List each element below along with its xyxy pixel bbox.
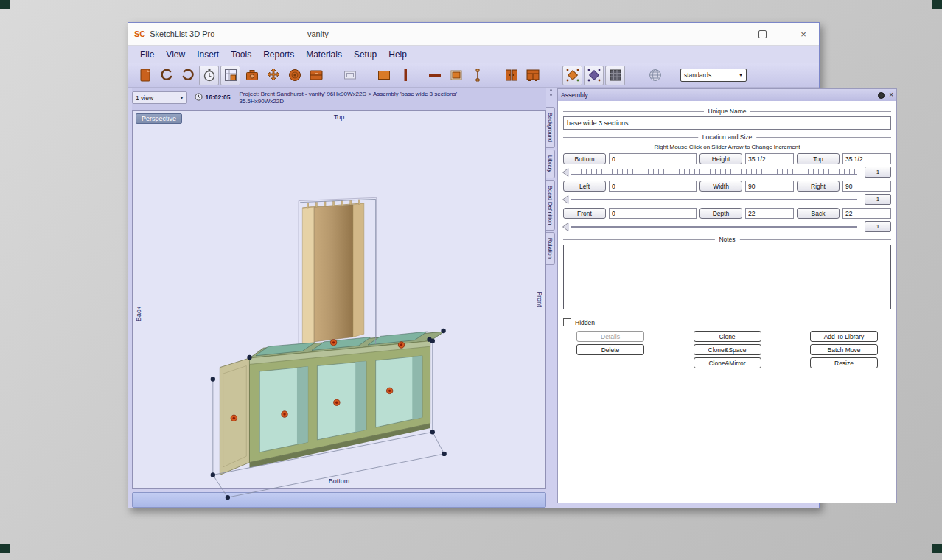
contour-section-button[interactable] <box>584 66 604 85</box>
slider-thumb-icon[interactable] <box>563 223 569 231</box>
horizontal-position-slider[interactable] <box>563 195 857 205</box>
panel-close-icon[interactable]: × <box>889 91 893 99</box>
viewport-canvas[interactable]: Perspective Top Bottom Back Front <box>132 110 546 489</box>
depth-position-slider[interactable] <box>563 222 857 232</box>
clock-icon <box>195 93 203 101</box>
board-button[interactable] <box>374 66 394 85</box>
vanity-3d-model[interactable] <box>133 111 545 509</box>
storage-chest-button[interactable] <box>306 66 326 85</box>
app-logo: SC <box>134 29 145 38</box>
new-board-button[interactable] <box>135 66 155 85</box>
menu-setup[interactable]: Setup <box>348 48 383 61</box>
menu-help[interactable]: Help <box>383 48 413 61</box>
mirror-tower[interactable] <box>302 200 363 347</box>
tab-rotation[interactable]: Rotation <box>546 232 555 265</box>
chevron-down-icon: ▼ <box>739 73 743 77</box>
notes-group: Notes <box>563 239 891 311</box>
add-to-library-button[interactable]: Add To Library <box>810 331 878 342</box>
clamp-icon <box>470 67 486 83</box>
front-value-field[interactable] <box>609 208 697 219</box>
notes-label: Notes <box>714 236 739 243</box>
details-button[interactable]: Details <box>576 331 644 342</box>
increment-box[interactable]: 1 <box>865 194 891 205</box>
minimize-icon[interactable]: – <box>713 26 729 42</box>
view-count-dropdown[interactable]: 1 view ▼ <box>132 91 187 104</box>
location-size-label: Location and Size <box>698 133 757 141</box>
tab-library[interactable]: Library <box>546 150 555 178</box>
clone-button[interactable]: Clone <box>694 331 761 342</box>
maximize-icon[interactable] <box>754 26 770 42</box>
height-button[interactable]: Height <box>699 153 742 164</box>
splitter-handle[interactable] <box>549 89 552 102</box>
vertical-position-slider[interactable] <box>563 167 857 178</box>
panel-button[interactable] <box>446 66 466 85</box>
menu-view[interactable]: View <box>160 48 191 61</box>
top-button[interactable]: Top <box>797 153 840 164</box>
texture-swatch-icon <box>607 67 624 83</box>
menu-insert[interactable]: Insert <box>191 48 225 61</box>
menu-materials[interactable]: Materials <box>300 48 348 61</box>
texture-swatch-button[interactable] <box>605 66 625 85</box>
assembly-panel-header[interactable]: Assembly × <box>558 89 896 101</box>
slider-thumb-icon[interactable] <box>563 195 569 204</box>
double-door-button[interactable] <box>501 66 521 85</box>
snapshot-camera-button[interactable] <box>242 66 262 85</box>
increment-box[interactable]: 1 <box>865 167 891 178</box>
info-bar: 1 view ▼ 16:02:05 Project: Brent Sandhur… <box>132 88 546 110</box>
menu-tools[interactable]: Tools <box>225 48 257 61</box>
width-value-field[interactable] <box>745 181 794 192</box>
menu-reports[interactable]: Reports <box>257 48 300 61</box>
horizontal-shelf-button[interactable] <box>425 66 444 85</box>
horizontal-shelf-icon <box>427 67 443 83</box>
redo-icon <box>180 67 196 83</box>
left-value-field[interactable] <box>609 181 697 192</box>
front-button[interactable]: Front <box>563 208 606 219</box>
clone-space-button[interactable]: Clone&Space <box>694 344 761 355</box>
top-value-field[interactable] <box>842 153 891 164</box>
increment-box[interactable]: 1 <box>865 221 891 232</box>
menu-file[interactable]: File <box>134 48 160 61</box>
bottom-value-field[interactable] <box>609 153 697 164</box>
project-layout-button[interactable] <box>220 66 240 85</box>
title-bar[interactable]: SC SketchList 3D Pro - vanity – × <box>128 23 819 46</box>
clamp-button[interactable] <box>467 66 487 85</box>
move-object-button[interactable] <box>263 66 283 85</box>
cabinet-button[interactable] <box>523 66 542 85</box>
redo-button[interactable] <box>178 66 198 85</box>
pin-icon[interactable] <box>878 92 885 99</box>
height-value-field[interactable] <box>745 153 794 164</box>
dowel-disc-button[interactable] <box>285 66 304 85</box>
right-value-field[interactable] <box>842 181 891 192</box>
explode-hardware-button[interactable] <box>562 66 582 85</box>
clone-mirror-button[interactable]: Clone&Mirror <box>694 357 761 368</box>
timer-button[interactable] <box>199 66 219 85</box>
left-button[interactable]: Left <box>563 181 606 192</box>
unique-name-label: Unique Name <box>704 108 751 115</box>
explode-hardware-icon <box>565 67 581 83</box>
right-button[interactable]: Right <box>797 181 840 192</box>
tab-board-definition[interactable]: Board Definition <box>546 180 555 231</box>
notes-textarea[interactable] <box>563 245 891 309</box>
bottom-button[interactable]: Bottom <box>563 153 606 164</box>
undo-button[interactable] <box>156 66 176 85</box>
base-cabinet[interactable] <box>220 332 444 475</box>
frame-outline-button[interactable] <box>340 66 360 85</box>
tab-background[interactable]: Background <box>546 107 555 148</box>
globe-button[interactable] <box>645 66 665 85</box>
back-value-field[interactable] <box>842 208 891 219</box>
timer-icon <box>201 67 217 83</box>
depth-button[interactable]: Depth <box>699 208 742 219</box>
slider-thumb-icon[interactable] <box>563 168 569 177</box>
back-button[interactable]: Back <box>797 208 840 219</box>
close-icon[interactable]: × <box>795 26 812 42</box>
batch-move-button[interactable]: Batch Move <box>810 344 878 355</box>
desktop-background: SC SketchList 3D Pro - vanity – × File V… <box>0 0 942 560</box>
unique-name-input[interactable] <box>563 116 891 130</box>
standards-dropdown[interactable]: standards ▼ <box>680 69 747 82</box>
delete-button[interactable]: Delete <box>576 344 644 355</box>
vertical-divider-button[interactable] <box>395 66 415 85</box>
width-button[interactable]: Width <box>699 181 742 192</box>
depth-value-field[interactable] <box>745 208 794 219</box>
resize-button[interactable]: Resize <box>810 357 878 368</box>
hidden-checkbox[interactable] <box>563 318 571 326</box>
